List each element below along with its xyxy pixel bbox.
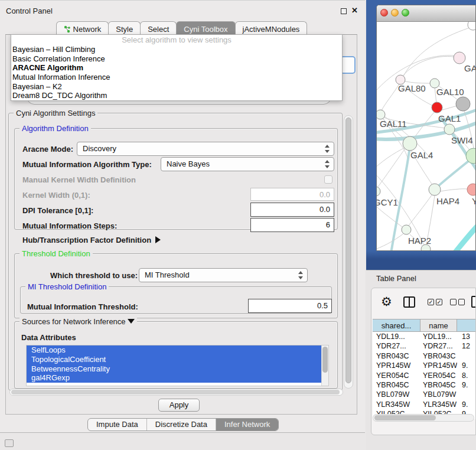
network-window-titlebar[interactable] — [377, 5, 475, 22]
network-edge[interactable] — [403, 27, 473, 76]
network-node[interactable] — [456, 97, 470, 111]
aracne-mode-combo[interactable]: Discovery — [77, 142, 334, 156]
attribute-item-gal4rgexp[interactable]: gal4RGexp — [27, 373, 328, 383]
table-cell: YDR27... — [420, 341, 457, 351]
algorithm-option-basic-correlation-inference[interactable]: Basic Correlation Inference — [11, 54, 342, 64]
float-window-icon[interactable] — [341, 8, 347, 14]
column-header-shared-name[interactable]: shared... — [373, 319, 420, 331]
table-row[interactable]: YLR345WYLR345W9. — [373, 400, 476, 409]
network-edge[interactable] — [382, 84, 399, 110]
table-row[interactable]: YBR045CYBR045C9. — [373, 380, 476, 390]
node-label-gal10: GAL10 — [436, 87, 464, 97]
kernel-width-field[interactable]: 0.0 — [250, 188, 334, 201]
table-row[interactable]: YBL079WYBL079W — [373, 390, 476, 399]
algorithm-option-aracne-algorithm[interactable]: ARACNE Algorithm — [11, 63, 342, 73]
settings-vertical-scrollbar[interactable] — [344, 115, 353, 389]
table-row[interactable]: YER054CYER054C8. — [373, 371, 476, 380]
network-edge[interactable] — [377, 147, 406, 188]
network-view-window[interactable]: GALGAL80GAL10GAL1GAL11SWI4GAL4GCY1HAP4YH… — [376, 5, 476, 251]
network-node[interactable] — [467, 184, 476, 195]
table-row[interactable]: YDR27...YDR27...12 — [373, 341, 476, 351]
network-edge[interactable] — [440, 189, 467, 191]
network-canvas[interactable]: GALGAL80GAL10GAL1GAL11SWI4GAL4GCY1HAP4YH… — [377, 22, 476, 251]
dpi-tolerance-field[interactable]: 0.0 — [250, 203, 334, 217]
cyni-algorithm-settings-title: Cyni Algorithm Settings — [14, 109, 97, 118]
network-node[interactable] — [432, 102, 442, 113]
table-horizontal-scrollbar-thumb[interactable] — [374, 415, 436, 420]
sources-title[interactable]: Sources for Network Inference — [19, 317, 137, 326]
network-edge[interactable] — [452, 224, 476, 251]
algorithm-option-bayesian-hill-climbing[interactable]: Bayesian – Hill Climbing — [11, 45, 342, 54]
manual-kernel-width-checkbox[interactable] — [324, 175, 332, 184]
table-cell: YPR145W — [420, 361, 457, 370]
attribute-item-selfloops[interactable]: SelfLoops — [27, 345, 328, 355]
attributes-scrollbar[interactable] — [321, 345, 328, 386]
column-header-name[interactable]: name — [420, 319, 457, 331]
bottom-tab-infer-network[interactable]: Infer Network — [216, 419, 278, 431]
deselect-all-icon[interactable] — [450, 299, 465, 305]
network-node[interactable] — [377, 110, 385, 119]
minimize-traffic-light-icon[interactable] — [391, 9, 399, 17]
tab-network[interactable]: Network — [56, 21, 109, 34]
settings-horizontal-scrollbar[interactable] — [9, 389, 343, 396]
table-cell: YBL079W — [420, 390, 457, 399]
settings-horizontal-scrollbar-thumb[interactable] — [11, 390, 340, 394]
threshold-definition-title: Threshold Definition — [19, 249, 93, 258]
tab-jactivemnodules[interactable]: jActiveMNodules — [235, 21, 308, 34]
tab-style[interactable]: Style — [108, 21, 141, 34]
table-row[interactable]: YDL19...YDL19...13 — [373, 332, 476, 341]
table-row[interactable]: YBR043CYBR043C — [373, 351, 476, 361]
network-edge[interactable] — [441, 106, 457, 110]
data-attributes-list[interactable]: SelfLoopsTopologicalCoefficientBetweenne… — [26, 345, 329, 386]
network-node[interactable] — [429, 184, 441, 195]
bottom-tab-bar: Impute DataDiscretize DataInfer Network — [87, 418, 279, 431]
attribute-item-betweennesscentrality[interactable]: BetweennessCentrality — [27, 364, 328, 374]
network-node[interactable] — [403, 136, 417, 151]
export-table-icon[interactable] — [471, 296, 476, 308]
algorithm-option-bayesian-k2[interactable]: Bayesian – K2 — [11, 82, 342, 92]
network-edge[interactable] — [437, 159, 471, 187]
network-node[interactable] — [454, 52, 465, 64]
network-node[interactable] — [444, 124, 455, 135]
network-node[interactable] — [468, 22, 476, 30]
tab-cyni-toolbox[interactable]: Cyni Toolbox — [176, 21, 235, 34]
gear-icon[interactable]: ⚙ — [381, 295, 392, 308]
mi-threshold-field[interactable]: 0.5 — [248, 299, 332, 313]
algorithm-option-dream8-dc-tdc-algorithm[interactable]: Dream8 DC_TDC Algorithm — [11, 91, 342, 100]
bottom-tab-impute-data[interactable]: Impute Data — [88, 419, 147, 431]
network-edge[interactable] — [377, 147, 406, 171]
combo-stepper-icon — [325, 145, 330, 153]
expanded-arrow-icon[interactable] — [128, 319, 135, 324]
table-cell: YBR043C — [420, 351, 457, 361]
network-tab-icon — [64, 25, 71, 33]
table-row[interactable]: YPR145WYPR145W9. — [373, 361, 476, 370]
attributes-scrollbar-thumb[interactable] — [322, 347, 328, 373]
attribute-item-topologicalcoefficient[interactable]: TopologicalCoefficient — [27, 355, 328, 364]
mi-algorithm-type-combo[interactable]: Naive Bayes — [161, 157, 334, 171]
algorithm-option-mutual-information-inference[interactable]: Mutual Information Inference — [11, 73, 342, 82]
which-threshold-combo[interactable]: MI Threshold — [139, 268, 308, 282]
tab-select[interactable]: Select — [140, 21, 177, 34]
zoom-traffic-light-icon[interactable] — [402, 9, 409, 17]
network-edge[interactable] — [403, 56, 459, 76]
close-traffic-light-icon[interactable] — [380, 9, 388, 17]
mi-steps-field[interactable]: 6 — [250, 218, 334, 232]
collapsed-arrow-icon[interactable] — [155, 236, 161, 243]
bottom-tab-discretize-data[interactable]: Discretize Data — [147, 419, 216, 431]
dock-window-icon[interactable] — [5, 439, 14, 447]
algorithm-dropdown-list: Select algorithm to view settings Bayesi… — [11, 34, 343, 101]
hub-definition-toggle[interactable]: Hub/Transcription Factor Definition — [22, 236, 161, 244]
close-icon[interactable]: ✕ — [351, 6, 358, 15]
table-panel-title: Table Panel — [376, 274, 416, 283]
columns-icon[interactable] — [403, 296, 415, 308]
table-cell — [457, 351, 476, 361]
network-edge[interactable] — [377, 233, 404, 250]
settings-vertical-scrollbar-thumb[interactable] — [345, 118, 351, 383]
network-node[interactable] — [402, 225, 411, 234]
select-all-icon[interactable]: ✓✓ — [428, 299, 442, 305]
apply-button[interactable]: Apply — [158, 399, 200, 412]
network-node[interactable] — [377, 187, 380, 196]
table-horizontal-scrollbar[interactable] — [373, 414, 474, 422]
column-header-partial[interactable] — [457, 319, 476, 331]
network-edge[interactable] — [409, 194, 432, 226]
